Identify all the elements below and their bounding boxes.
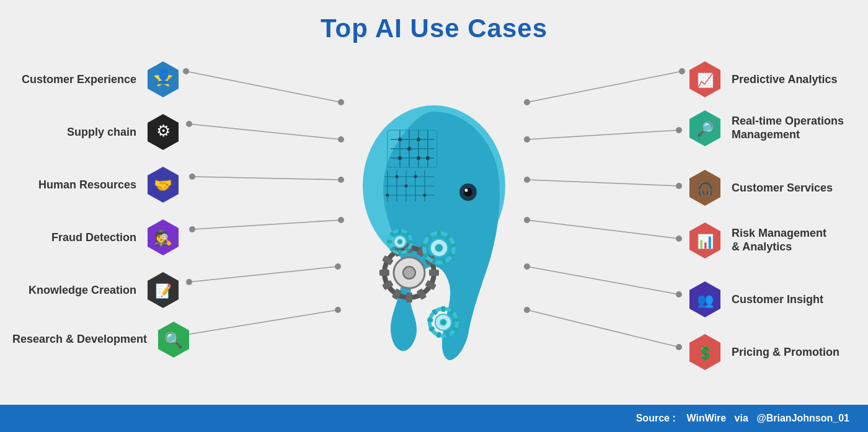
svg-line-27 xyxy=(527,220,679,239)
research-development-icon: 🔍 xyxy=(154,320,193,359)
pricing-promotion-item: 💲 Pricing & Promotion xyxy=(686,333,856,371)
svg-text:🔍: 🔍 xyxy=(164,331,183,349)
svg-point-17 xyxy=(335,307,341,313)
customer-insight-label: Customer Insight xyxy=(732,293,856,306)
predictive-analytics-label: Predictive Analytics xyxy=(732,73,856,86)
footer-source: Source : WinWire via @BrianJohnson_01 xyxy=(636,413,849,424)
svg-rect-76 xyxy=(379,270,389,276)
svg-rect-73 xyxy=(406,293,412,302)
knowledge-creation-item: Knowledge Creation 📝 xyxy=(12,271,182,309)
realtime-ops-item: 🔎 Real-time OperationsManagement xyxy=(686,109,856,148)
svg-point-7 xyxy=(189,174,195,180)
customer-insight-item: 👥 Customer Insight xyxy=(686,280,856,319)
svg-line-9 xyxy=(192,220,341,229)
svg-point-61 xyxy=(414,175,417,179)
svg-rect-100 xyxy=(387,240,392,244)
svg-point-19 xyxy=(679,68,685,74)
risk-management-label: Risk Management& Analytics xyxy=(732,227,856,253)
svg-text:⚙: ⚙ xyxy=(156,121,170,140)
customer-services-icon: 🎧 xyxy=(686,169,724,207)
svg-point-13 xyxy=(186,279,192,285)
source-name: WinWire xyxy=(686,413,726,423)
customer-experience-item: Customer Experience ⭐ 👤 xyxy=(12,60,182,99)
svg-text:📈: 📈 xyxy=(697,72,714,89)
customer-insight-icon: 👥 xyxy=(686,280,724,319)
svg-line-3 xyxy=(189,124,341,139)
svg-text:💲: 💲 xyxy=(697,345,714,361)
supply-chain-icon: ⚙ xyxy=(144,113,182,151)
svg-point-104 xyxy=(465,189,468,192)
svg-line-12 xyxy=(189,267,338,282)
svg-point-59 xyxy=(396,175,399,179)
svg-point-4 xyxy=(186,121,192,127)
predictive-analytics-item: 📈 Predictive Analytics xyxy=(686,60,856,99)
predictive-analytics-icon: 📈 xyxy=(686,60,724,99)
svg-point-46 xyxy=(407,147,411,151)
svg-text:📝: 📝 xyxy=(155,283,172,299)
svg-point-60 xyxy=(405,185,408,188)
supply-chain-label: Supply chain xyxy=(12,126,136,139)
svg-line-21 xyxy=(527,130,679,139)
svg-point-10 xyxy=(189,226,195,232)
research-development-item: Research & Development 🔍 xyxy=(12,320,193,359)
svg-line-6 xyxy=(192,177,341,180)
pricing-promotion-label: Pricing & Promotion xyxy=(732,346,856,359)
svg-point-48 xyxy=(426,156,430,160)
svg-text:🔎: 🔎 xyxy=(697,121,714,138)
brain-head-svg xyxy=(347,62,521,372)
svg-point-62 xyxy=(423,194,427,197)
svg-point-14 xyxy=(335,263,341,270)
human-resources-item: Human Resources 🤝 xyxy=(12,165,182,204)
svg-point-103 xyxy=(464,188,472,196)
svg-point-49 xyxy=(398,156,402,160)
svg-line-24 xyxy=(527,180,679,186)
supply-chain-item: Supply chain ⚙ xyxy=(12,113,182,151)
customer-services-item: 🎧 Customer Services xyxy=(686,169,856,207)
svg-point-81 xyxy=(435,244,443,252)
svg-point-50 xyxy=(417,156,420,160)
svg-point-63 xyxy=(386,194,389,197)
svg-line-15 xyxy=(186,310,338,335)
human-resources-icon: 🤝 xyxy=(144,165,182,204)
svg-point-1 xyxy=(183,68,189,74)
svg-line-18 xyxy=(527,71,682,102)
source-via: via xyxy=(735,413,748,423)
svg-point-107 xyxy=(440,319,446,325)
svg-text:📊: 📊 xyxy=(697,233,714,250)
source-label: Source : xyxy=(636,413,676,423)
svg-rect-94 xyxy=(399,229,402,234)
brain-image xyxy=(341,50,527,384)
fraud-detection-label: Fraud Detection xyxy=(12,231,136,244)
svg-point-22 xyxy=(676,127,682,133)
research-development-label: Research & Development xyxy=(12,333,147,346)
source-handle: @BrianJohnson_01 xyxy=(756,413,849,423)
svg-line-0 xyxy=(186,71,341,102)
svg-text:👤: 👤 xyxy=(155,68,172,85)
fraud-detection-icon: 🕵 xyxy=(144,218,182,257)
svg-point-93 xyxy=(397,239,402,244)
knowledge-creation-label: Knowledge Creation xyxy=(12,284,136,297)
realtime-ops-label: Real-time OperationsManagement xyxy=(732,115,856,141)
risk-management-icon: 📊 xyxy=(686,221,724,260)
svg-point-28 xyxy=(676,236,682,242)
page-title: Top AI Use Cases xyxy=(0,0,868,43)
customer-services-label: Customer Services xyxy=(732,182,856,195)
customer-experience-icon: ⭐ 👤 xyxy=(144,60,182,99)
svg-rect-82 xyxy=(437,231,441,237)
svg-point-47 xyxy=(417,138,420,141)
svg-point-25 xyxy=(676,183,682,189)
svg-text:👥: 👥 xyxy=(697,292,714,309)
realtime-ops-icon: 🔎 xyxy=(686,109,724,148)
risk-management-item: 📊 Risk Management& Analytics xyxy=(686,221,856,260)
customer-experience-label: Customer Experience xyxy=(12,73,136,86)
svg-line-30 xyxy=(527,267,679,294)
footer-bar: Source : WinWire via @BrianJohnson_01 xyxy=(0,405,868,432)
fraud-detection-item: Fraud Detection 🕵 xyxy=(12,218,182,257)
svg-line-33 xyxy=(527,310,679,347)
svg-rect-96 xyxy=(408,240,413,244)
svg-point-34 xyxy=(676,344,682,350)
svg-point-31 xyxy=(676,291,682,298)
svg-rect-70 xyxy=(429,270,439,276)
svg-text:🤝: 🤝 xyxy=(154,176,172,194)
svg-rect-98 xyxy=(399,250,402,255)
